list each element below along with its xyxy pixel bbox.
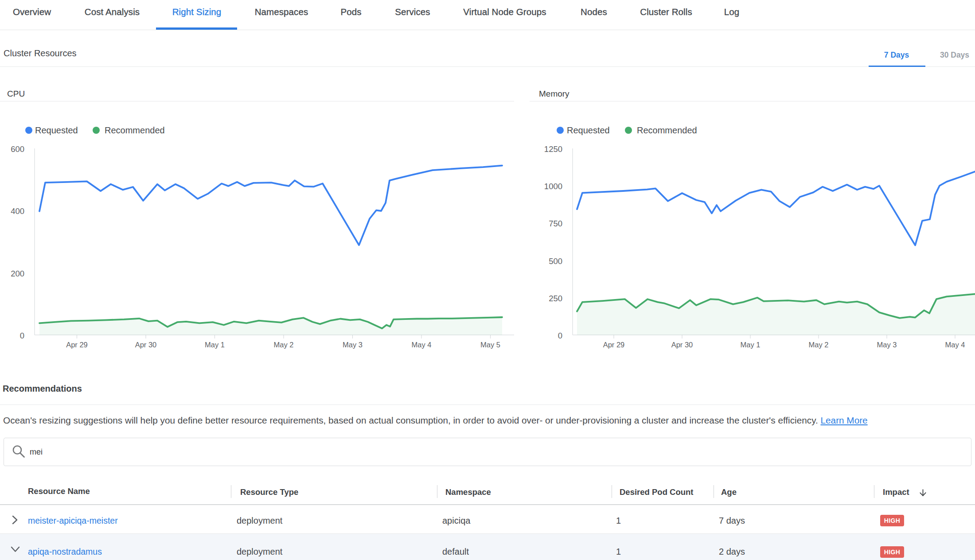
svg-text:Apr 30: Apr 30 — [135, 341, 157, 349]
svg-text:500: 500 — [549, 257, 562, 266]
svg-text:May 1: May 1 — [205, 341, 225, 349]
svg-text:1250: 1250 — [544, 144, 562, 154]
svg-text:May 3: May 3 — [343, 341, 363, 349]
svg-text:May 4: May 4 — [412, 341, 432, 349]
svg-text:May 2: May 2 — [274, 341, 294, 349]
svg-text:0: 0 — [20, 331, 24, 340]
svg-text:750: 750 — [549, 219, 562, 228]
svg-text:May 1: May 1 — [741, 341, 760, 349]
svg-text:200: 200 — [11, 269, 24, 278]
svg-text:600: 600 — [11, 144, 24, 154]
svg-text:May 4: May 4 — [945, 341, 965, 349]
svg-text:250: 250 — [549, 294, 562, 303]
svg-text:Apr 29: Apr 29 — [603, 341, 625, 349]
svg-text:May 2: May 2 — [809, 341, 829, 349]
svg-text:Apr 30: Apr 30 — [671, 341, 693, 349]
svg-text:May 3: May 3 — [877, 341, 897, 349]
svg-text:0: 0 — [558, 331, 562, 340]
svg-text:Apr 29: Apr 29 — [66, 341, 88, 349]
svg-text:1000: 1000 — [544, 182, 562, 191]
svg-text:400: 400 — [11, 206, 24, 216]
svg-text:May 5: May 5 — [480, 341, 500, 349]
